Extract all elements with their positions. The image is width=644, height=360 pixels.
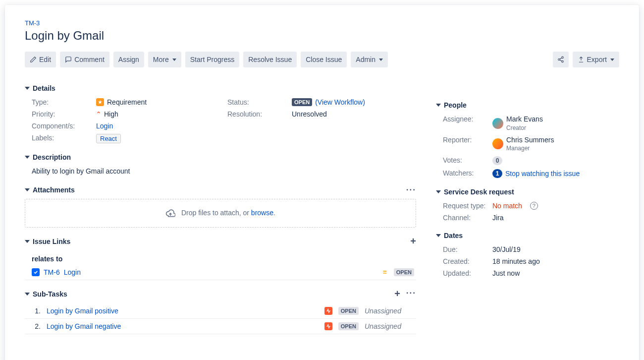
resolution-label: Resolution: (227, 110, 292, 118)
issue-summary: Login by Gmail (25, 29, 619, 43)
attachments-header[interactable]: Attachments ··· (25, 185, 416, 195)
due-label: Due: (443, 245, 492, 253)
description-text: Ability to login by Gmail account (32, 167, 130, 175)
created-label: Created: (443, 257, 492, 265)
relates-to-label: relates to (25, 251, 416, 265)
assignee-label: Assignee: (443, 115, 492, 132)
type-label: Type: (32, 98, 96, 106)
updated-label: Updated: (443, 269, 492, 277)
subtask-status-badge: OPEN (338, 307, 359, 315)
request-type-label: Request type: (443, 202, 492, 210)
help-icon[interactable]: ? (530, 202, 538, 210)
comment-button[interactable]: Comment (60, 52, 109, 67)
issue-link-row[interactable]: TM-6 Login = OPEN (25, 265, 416, 280)
subtask-row[interactable]: 2. Login by Gmail negative OPEN Unassign… (25, 319, 416, 334)
priority-value: High (104, 110, 118, 118)
components-label: Component/s: (32, 122, 96, 130)
test-type-icon (324, 307, 332, 315)
linked-status-badge: OPEN (394, 268, 414, 276)
twisty-icon (436, 104, 441, 107)
stop-watching-link[interactable]: Stop watching this issue (505, 170, 580, 178)
drop-text: Drop files to attach, or (181, 209, 251, 217)
dates-header[interactable]: Dates (436, 232, 619, 240)
chevron-down-icon (172, 59, 176, 61)
updated-value: Just now (492, 269, 619, 277)
reporter-label: Reporter: (443, 136, 492, 153)
requirement-type-icon (96, 98, 104, 106)
attachment-dropzone[interactable]: Drop files to attach, or browse. (25, 199, 416, 228)
close-issue-button[interactable]: Close Issue (301, 52, 347, 67)
linked-issue-key[interactable]: TM-6 (44, 268, 60, 276)
created-value: 18 minutes ago (492, 257, 619, 265)
assign-button[interactable]: Assign (113, 52, 144, 67)
svg-point-0 (561, 57, 563, 59)
assignee-name[interactable]: Mark Evans (506, 115, 543, 123)
watchers-label: Watchers: (443, 169, 492, 178)
issue-links-header[interactable]: Issue Links + (25, 236, 416, 247)
components-value[interactable]: Login (96, 122, 113, 130)
cloud-upload-icon (165, 208, 175, 218)
status-badge: OPEN (292, 98, 312, 106)
priority-medium-icon: = (383, 268, 387, 276)
subtask-link[interactable]: Login by Gmail negative (47, 322, 121, 330)
status-label: Status: (227, 98, 292, 106)
channel-label: Channel: (443, 214, 492, 222)
people-header[interactable]: People (436, 101, 619, 109)
admin-button[interactable]: Admin (351, 52, 388, 67)
comment-icon (65, 56, 72, 63)
twisty-icon (25, 188, 30, 191)
twisty-icon (25, 87, 30, 90)
add-subtask-icon[interactable]: + (394, 288, 400, 300)
priority-label: Priority: (32, 110, 96, 118)
share-icon (557, 56, 564, 63)
type-value: Requirement (107, 98, 147, 106)
view-workflow-link[interactable]: (View Workflow) (315, 98, 365, 106)
chevron-down-icon (379, 59, 383, 61)
subtask-assignee: Unassigned (365, 307, 414, 315)
votes-label: Votes: (443, 156, 492, 165)
twisty-icon (25, 240, 30, 243)
subtask-number: 1. (32, 307, 41, 315)
subtask-row[interactable]: 1. Login by Gmail positive OPEN Unassign… (25, 303, 416, 319)
svg-point-1 (558, 59, 560, 60)
channel-value: Jira (492, 214, 619, 222)
edit-button[interactable]: Edit (25, 52, 56, 67)
reporter-name[interactable]: Chris Summers (506, 136, 554, 144)
main-column: Details Type: Requirement Priori (25, 76, 416, 334)
period: . (273, 209, 275, 217)
chevron-down-icon (610, 59, 614, 61)
twisty-icon (436, 234, 441, 237)
priority-high-icon: ⌃ (96, 111, 101, 118)
assignee-role: Creator (506, 124, 526, 131)
start-progress-button[interactable]: Start Progress (185, 52, 239, 67)
twisty-icon (436, 190, 441, 193)
resolve-issue-button[interactable]: Resolve Issue (243, 52, 297, 67)
more-button[interactable]: More (148, 52, 181, 67)
avatar (492, 118, 503, 129)
add-link-icon[interactable]: + (410, 236, 416, 247)
subtask-link[interactable]: Login by Gmail positive (47, 307, 118, 315)
toolbar: Edit Comment Assign More Start Progress … (25, 52, 619, 67)
details-header[interactable]: Details (25, 84, 416, 92)
resolution-value: Unresolved (292, 110, 416, 118)
attachments-more-icon[interactable]: ··· (406, 185, 416, 195)
subtask-status-badge: OPEN (338, 322, 359, 330)
reporter-role: Manager (506, 145, 530, 152)
browse-link[interactable]: browse (251, 209, 273, 217)
export-button[interactable]: Export (573, 52, 619, 67)
task-type-icon (32, 268, 40, 276)
subtask-assignee: Unassigned (365, 322, 414, 330)
label-tag[interactable]: React (96, 134, 121, 143)
pencil-icon (30, 56, 37, 63)
service-desk-header[interactable]: Service Desk request (436, 188, 619, 196)
votes-count: 0 (492, 156, 502, 165)
svg-point-2 (561, 60, 563, 62)
subtasks-more-icon[interactable]: ··· (406, 288, 416, 300)
subtask-number: 2. (32, 322, 41, 330)
description-header[interactable]: Description (25, 153, 416, 161)
issue-key-link[interactable]: TM-3 (25, 19, 40, 27)
issue-view: TM-3 Login by Gmail Edit Comment Assign … (5, 5, 639, 360)
share-button[interactable] (553, 52, 569, 67)
linked-issue-text[interactable]: Login (64, 268, 81, 276)
subtasks-header[interactable]: Sub-Tasks + ··· (25, 288, 416, 300)
